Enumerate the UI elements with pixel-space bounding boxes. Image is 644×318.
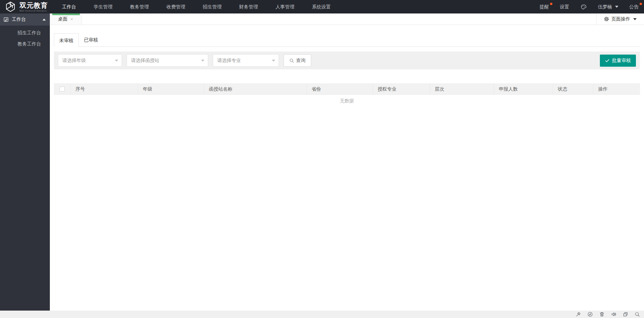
page-actions-label: 页面操作 bbox=[611, 16, 630, 22]
major-select[interactable]: 请选择专业 bbox=[213, 54, 279, 67]
column-header-seq: 序号 bbox=[71, 84, 138, 94]
check-icon bbox=[605, 58, 610, 63]
nav-item-finance[interactable]: 财务管理 bbox=[230, 0, 267, 13]
user-menu[interactable]: 伍梦楠 bbox=[592, 0, 624, 13]
tab-desktop[interactable]: 桌面 × bbox=[50, 13, 82, 25]
sidebar-item-enrollment-workbench[interactable]: 招生工作台 bbox=[0, 27, 50, 38]
theme-palette-icon[interactable] bbox=[575, 4, 592, 10]
top-menu: 工作台 学生管理 教务管理 收费管理 招生管理 财务管理 人事管理 系统设置 bbox=[53, 0, 340, 13]
batch-review-button[interactable]: 批量审核 bbox=[600, 55, 636, 67]
brand-knot-icon bbox=[4, 1, 17, 12]
column-header-authorized-major: 授权专业 bbox=[373, 84, 430, 94]
gear-icon bbox=[604, 17, 609, 22]
table-header-checkbox-cell bbox=[54, 84, 71, 94]
review-tabs: 未审核 已审核 bbox=[54, 33, 640, 47]
grade-select[interactable]: 请选择年级 bbox=[58, 54, 122, 67]
chevron-up-icon bbox=[42, 19, 46, 21]
notice-label: 提醒 bbox=[540, 0, 549, 13]
select-all-checkbox[interactable] bbox=[60, 87, 65, 92]
major-select-placeholder: 请选择专业 bbox=[217, 58, 241, 64]
notice-alert-dot bbox=[550, 3, 552, 5]
chevron-down-icon bbox=[201, 60, 204, 62]
search-button[interactable]: 查询 bbox=[284, 54, 311, 67]
restore-window-icon[interactable] bbox=[623, 312, 628, 317]
tab-unreviewed[interactable]: 未审核 bbox=[54, 33, 79, 47]
nav-item-system-settings[interactable]: 系统设置 bbox=[303, 0, 340, 13]
history-icon[interactable] bbox=[587, 312, 593, 317]
sidebar: 工作台 招生工作台 教务工作台 bbox=[0, 13, 50, 311]
batch-review-label: 批量审核 bbox=[612, 58, 631, 64]
column-header-province: 省份 bbox=[307, 84, 373, 94]
user-name: 伍梦楠 bbox=[598, 0, 612, 13]
nav-item-hr[interactable]: 人事管理 bbox=[267, 0, 303, 13]
table-empty-state: 无数据 bbox=[54, 95, 640, 107]
nav-item-students[interactable]: 学生管理 bbox=[85, 0, 121, 13]
search-button-label: 查询 bbox=[296, 58, 305, 64]
column-header-actions: 操作 bbox=[593, 84, 640, 94]
page-tab-bar: 桌面 × 页面操作 bbox=[50, 13, 644, 25]
main-content: 未审核 已审核 请选择年级 请选择函授站 请选择专业 查询 bbox=[50, 25, 644, 311]
correspondence-station-select[interactable]: 请选择函授站 bbox=[127, 54, 208, 67]
review-table: 序号 年级 函授站名称 省份 授权专业 层次 申报人数 状态 操作 无数据 bbox=[54, 84, 640, 107]
zoom-icon[interactable] bbox=[635, 312, 640, 317]
workbench-doc-icon bbox=[3, 17, 9, 22]
chevron-down-icon bbox=[272, 60, 275, 62]
tab-desktop-label: 桌面 bbox=[58, 16, 68, 22]
column-header-grade: 年级 bbox=[138, 84, 204, 94]
speaker-icon[interactable] bbox=[611, 312, 616, 317]
app-subtitle: B&S Vocational Education bbox=[20, 10, 48, 12]
column-header-applicant-count: 申报人数 bbox=[494, 84, 553, 94]
tab-reviewed[interactable]: 已审核 bbox=[79, 33, 103, 46]
app-logo: 双元教育 B&S Vocational Education bbox=[0, 1, 53, 12]
grade-select-placeholder: 请选择年级 bbox=[62, 58, 86, 64]
nav-item-workbench[interactable]: 工作台 bbox=[53, 0, 85, 13]
settings-label: 设置 bbox=[560, 0, 569, 13]
trash-icon[interactable] bbox=[599, 312, 605, 317]
station-select-placeholder: 请选择函授站 bbox=[131, 58, 159, 64]
status-bar bbox=[0, 311, 644, 318]
chevron-down-icon bbox=[115, 60, 118, 62]
sidebar-group-label: 工作台 bbox=[12, 17, 26, 23]
column-header-level: 层次 bbox=[430, 84, 494, 94]
announcement-alert-dot bbox=[640, 3, 642, 5]
column-header-status: 状态 bbox=[553, 84, 593, 94]
sidebar-group-workbench[interactable]: 工作台 bbox=[0, 13, 50, 26]
column-header-station-name: 函授站名称 bbox=[204, 84, 307, 94]
tab-close-icon[interactable]: × bbox=[70, 17, 73, 22]
page-actions-button[interactable]: 页面操作 bbox=[596, 13, 644, 25]
nav-item-academics[interactable]: 教务管理 bbox=[121, 0, 158, 13]
pin-icon[interactable] bbox=[576, 312, 581, 317]
nav-item-enrollment[interactable]: 招生管理 bbox=[194, 0, 230, 13]
chevron-down-icon bbox=[615, 6, 618, 8]
notice-link[interactable]: 提醒 bbox=[534, 0, 554, 13]
announcement-label: 公告 bbox=[629, 0, 639, 13]
table-header-row: 序号 年级 函授站名称 省份 授权专业 层次 申报人数 状态 操作 bbox=[54, 84, 640, 95]
nav-item-fees[interactable]: 收费管理 bbox=[158, 0, 194, 13]
sidebar-item-academic-workbench[interactable]: 教务工作台 bbox=[0, 38, 50, 50]
filter-toolbar: 请选择年级 请选择函授站 请选择专业 查询 bbox=[54, 52, 640, 69]
top-navigation-bar: 双元教育 B&S Vocational Education 工作台 学生管理 教… bbox=[0, 0, 644, 13]
search-icon bbox=[289, 58, 294, 63]
app-title: 双元教育 bbox=[20, 2, 48, 9]
settings-link[interactable]: 设置 bbox=[554, 0, 575, 13]
chevron-down-icon bbox=[633, 18, 637, 20]
announcement-link[interactable]: 公告 bbox=[624, 0, 644, 13]
